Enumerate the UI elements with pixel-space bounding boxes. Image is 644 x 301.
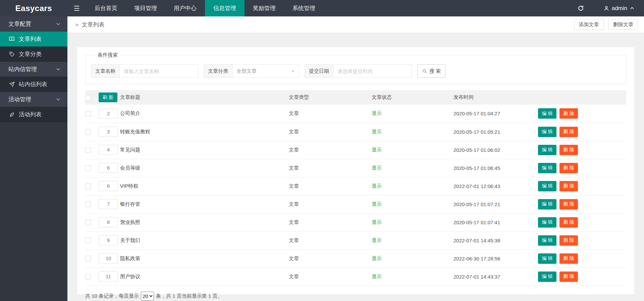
publish-time: 2020-05-17 01:07:41	[453, 213, 538, 231]
delete-button[interactable]: 删 除	[559, 127, 578, 137]
submit-date-input[interactable]	[333, 64, 412, 78]
delete-button[interactable]: 删 除	[559, 181, 578, 191]
article-title: VIP特权	[120, 177, 289, 195]
category-select[interactable]: 全部文章 ▼	[232, 64, 299, 78]
sidebar-group[interactable]: 活动管理	[0, 92, 67, 107]
delete-button[interactable]: 删 除	[559, 272, 578, 282]
sidebar-item[interactable]: 文章列表	[0, 32, 67, 47]
status-link[interactable]: 显示	[372, 274, 382, 279]
publish-time: 2020-05-17 01:06:45	[453, 159, 538, 177]
row-checkbox[interactable]	[85, 111, 91, 117]
navbar-right: admin	[568, 0, 644, 16]
table-row: 11用户协议文章显示2022-07-01 14:43:37编 辑删 除	[85, 267, 626, 286]
hamburger-icon[interactable]: ☰	[67, 4, 86, 12]
row-checkbox[interactable]	[85, 274, 91, 280]
status-link[interactable]: 显示	[372, 110, 382, 116]
edit-button[interactable]: 编 辑	[538, 199, 556, 209]
row-checkbox[interactable]	[85, 183, 91, 189]
edit-button[interactable]: 编 辑	[538, 253, 556, 264]
sidebar-item[interactable]: 站内信列表	[0, 77, 67, 92]
pagination: 共 10 条记录，每页显示 20 条，共 1 页当前显示第 1 页。	[85, 292, 626, 301]
article-type: 文章	[289, 249, 372, 267]
publish-time: 2022-07-01 14:45:38	[453, 231, 538, 249]
status-link[interactable]: 显示	[372, 147, 382, 153]
user-menu[interactable]: admin	[594, 0, 644, 16]
status-link[interactable]: 显示	[372, 165, 382, 171]
article-id: 7	[99, 199, 118, 209]
nav-item-active[interactable]: 信息管理	[205, 0, 245, 16]
sidebar-group-label: 活动管理	[8, 96, 31, 103]
search-button[interactable]: 搜 索	[417, 64, 445, 78]
edit-button[interactable]: 编 辑	[538, 127, 556, 137]
breadcrumb-bar: » 文章列表 添加文章 删除文章	[67, 16, 644, 33]
edit-button[interactable]: 编 辑	[538, 217, 556, 228]
edit-button[interactable]: 编 辑	[538, 272, 556, 282]
table-row: 2公司简介文章显示2020-05-17 01:04:27编 辑删 除	[85, 105, 626, 123]
publish-time: 2022-07-01 12:06:43	[453, 177, 538, 195]
sidebar-item-label: 活动列表	[19, 111, 42, 118]
row-checkbox[interactable]	[85, 129, 91, 135]
publish-time: 2020-05-17 01:05:21	[453, 123, 538, 141]
sidebar-group-label: 站内信管理	[8, 65, 37, 73]
nav-item-link[interactable]: 奖励管理	[245, 0, 284, 16]
nav-item-link[interactable]: 系统管理	[284, 0, 324, 16]
delete-button[interactable]: 删 除	[559, 235, 578, 246]
status-link[interactable]: 显示	[372, 255, 382, 261]
delete-button[interactable]: 删 除	[559, 163, 578, 173]
article-title: 用户协议	[120, 267, 289, 286]
article-title: 隐私政策	[120, 249, 289, 267]
sidebar-item[interactable]: 活动列表	[0, 107, 67, 122]
article-type: 文章	[289, 177, 372, 195]
delete-article-button[interactable]: 删除文章	[608, 19, 638, 30]
row-checkbox[interactable]	[85, 201, 91, 207]
per-page-select[interactable]: 20	[141, 292, 154, 301]
row-checkbox[interactable]	[85, 147, 91, 153]
article-name-input[interactable]	[119, 64, 198, 78]
select-all-checkbox[interactable]	[85, 95, 91, 101]
row-checkbox[interactable]	[85, 238, 91, 243]
edit-button[interactable]: 编 辑	[538, 181, 556, 191]
delete-button[interactable]: 删 除	[559, 217, 578, 228]
delete-button[interactable]: 删 除	[559, 253, 578, 264]
col-header-title: 文章标题	[120, 90, 289, 105]
delete-button[interactable]: 删 除	[559, 108, 578, 119]
edit-button[interactable]: 编 辑	[538, 163, 556, 173]
user-icon	[603, 5, 609, 11]
dropdown-arrow-icon: ▼	[291, 69, 295, 73]
sidebar-group[interactable]: 站内信管理	[0, 62, 67, 77]
delete-button[interactable]: 删 除	[559, 199, 578, 209]
delete-button[interactable]: 删 除	[559, 145, 578, 155]
status-link[interactable]: 显示	[372, 201, 382, 207]
status-link[interactable]: 显示	[372, 237, 382, 243]
table-header-row: 刷 新 文章标题 文章类型 文章状态 发布时间	[85, 90, 626, 105]
edit-button[interactable]: 编 辑	[538, 145, 556, 155]
col-header-status: 文章状态	[372, 90, 453, 105]
article-id: 4	[99, 145, 118, 155]
refresh-table-button[interactable]: 刷 新	[99, 93, 117, 102]
nav-item-link[interactable]: 用户中心	[165, 0, 205, 16]
article-category-label: 文章分类	[204, 64, 232, 78]
magnifier-icon	[422, 68, 427, 74]
table-row: 9关于我们文章显示2022-07-01 14:45:38编 辑删 除	[85, 231, 626, 249]
article-title: 关于我们	[120, 231, 289, 249]
nav-item-link[interactable]: 后台首页	[86, 0, 126, 16]
status-link[interactable]: 显示	[372, 129, 382, 134]
sidebar-group[interactable]: 文章配置	[0, 16, 67, 32]
article-type: 文章	[289, 123, 372, 141]
nav-item-link[interactable]: 项目管理	[126, 0, 165, 16]
app-logo: Easycars	[0, 4, 67, 13]
sidebar-item-label: 文章分类	[19, 50, 42, 58]
row-checkbox[interactable]	[85, 165, 91, 171]
edit-button[interactable]: 编 辑	[538, 108, 556, 119]
status-link[interactable]: 显示	[372, 183, 382, 189]
row-checkbox[interactable]	[85, 256, 91, 261]
row-checkbox[interactable]	[85, 220, 91, 225]
edit-button[interactable]: 编 辑	[538, 235, 556, 246]
submit-date-label: 提交日期	[305, 64, 333, 78]
refresh-icon[interactable]	[568, 0, 594, 16]
publish-time: 2020-05-17 01:06:02	[453, 141, 538, 159]
add-article-button[interactable]: 添加文章	[574, 19, 604, 30]
sidebar-item[interactable]: 文章分类	[0, 47, 67, 62]
category-select-value: 全部文章	[236, 68, 257, 74]
status-link[interactable]: 显示	[372, 219, 382, 225]
